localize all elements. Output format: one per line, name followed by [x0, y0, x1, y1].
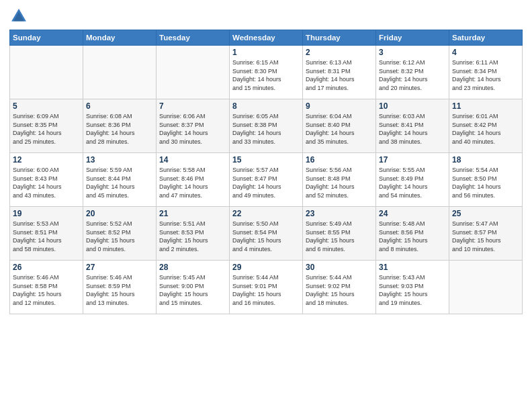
- calendar-week-3: 12Sunrise: 6:00 AMSunset: 8:43 PMDayligh…: [10, 153, 523, 207]
- calendar-day: 25Sunrise: 5:47 AMSunset: 8:57 PMDayligh…: [449, 207, 523, 261]
- calendar-day: 21Sunrise: 5:51 AMSunset: 8:53 PMDayligh…: [157, 207, 230, 261]
- calendar-day: [83, 46, 157, 99]
- day-number: 17: [379, 155, 446, 165]
- calendar-day: 11Sunrise: 6:01 AMSunset: 8:42 PMDayligh…: [449, 99, 523, 153]
- day-info: Sunrise: 5:57 AMSunset: 8:47 PMDaylight:…: [232, 166, 300, 199]
- calendar-day: 30Sunrise: 5:44 AMSunset: 9:02 PMDayligh…: [303, 261, 376, 314]
- day-number: 8: [232, 101, 300, 111]
- day-number: 27: [86, 263, 153, 272]
- weekday-header-row: SundayMondayTuesdayWednesdayThursdayFrid…: [10, 30, 523, 46]
- calendar-week-4: 19Sunrise: 5:53 AMSunset: 8:51 PMDayligh…: [10, 207, 523, 261]
- day-number: 20: [86, 209, 153, 218]
- day-number: 5: [13, 101, 80, 111]
- day-info: Sunrise: 5:48 AMSunset: 8:56 PMDaylight:…: [379, 220, 446, 253]
- calendar-day: [157, 46, 230, 99]
- day-number: 15: [232, 155, 300, 165]
- calendar-body: 1Sunrise: 6:15 AMSunset: 8:30 PMDaylight…: [10, 46, 523, 314]
- day-number: 2: [306, 48, 373, 57]
- day-info: Sunrise: 5:52 AMSunset: 8:52 PMDaylight:…: [86, 220, 153, 253]
- day-info: Sunrise: 6:00 AMSunset: 8:43 PMDaylight:…: [13, 166, 80, 199]
- calendar-container: SundayMondayTuesdayWednesdayThursdayFrid…: [0, 0, 532, 320]
- calendar-day: 9Sunrise: 6:04 AMSunset: 8:40 PMDaylight…: [303, 99, 376, 153]
- day-info: Sunrise: 6:12 AMSunset: 8:32 PMDaylight:…: [379, 58, 446, 92]
- day-info: Sunrise: 5:56 AMSunset: 8:48 PMDaylight:…: [306, 166, 373, 199]
- weekday-header-monday: Monday: [83, 30, 157, 46]
- weekday-header-thursday: Thursday: [303, 30, 376, 46]
- day-number: 23: [306, 209, 373, 218]
- day-number: 26: [13, 263, 80, 272]
- day-number: 7: [159, 101, 226, 111]
- calendar-day: 24Sunrise: 5:48 AMSunset: 8:56 PMDayligh…: [376, 207, 449, 261]
- day-number: 29: [232, 263, 300, 272]
- calendar-day: 14Sunrise: 5:58 AMSunset: 8:46 PMDayligh…: [157, 153, 230, 207]
- calendar-day: 15Sunrise: 5:57 AMSunset: 8:47 PMDayligh…: [230, 153, 303, 207]
- calendar-day: 12Sunrise: 6:00 AMSunset: 8:43 PMDayligh…: [10, 153, 83, 207]
- day-number: 24: [379, 209, 446, 218]
- calendar-week-2: 5Sunrise: 6:09 AMSunset: 8:35 PMDaylight…: [10, 99, 523, 153]
- calendar-day: 27Sunrise: 5:46 AMSunset: 8:59 PMDayligh…: [83, 261, 157, 314]
- calendar-week-5: 26Sunrise: 5:46 AMSunset: 8:58 PMDayligh…: [10, 261, 523, 314]
- calendar-day: 2Sunrise: 6:13 AMSunset: 8:31 PMDaylight…: [303, 46, 376, 99]
- day-info: Sunrise: 5:59 AMSunset: 8:44 PMDaylight:…: [86, 166, 153, 199]
- calendar-day: 18Sunrise: 5:54 AMSunset: 8:50 PMDayligh…: [449, 153, 523, 207]
- logo: [9, 7, 31, 26]
- day-info: Sunrise: 5:58 AMSunset: 8:46 PMDaylight:…: [159, 166, 226, 199]
- day-number: 11: [452, 101, 519, 111]
- calendar-header: SundayMondayTuesdayWednesdayThursdayFrid…: [10, 30, 523, 46]
- day-info: Sunrise: 5:54 AMSunset: 8:50 PMDaylight:…: [452, 166, 519, 199]
- day-info: Sunrise: 5:46 AMSunset: 8:58 PMDaylight:…: [13, 273, 80, 307]
- day-info: Sunrise: 6:11 AMSunset: 8:34 PMDaylight:…: [452, 58, 519, 92]
- day-number: 30: [306, 263, 373, 272]
- weekday-header-wednesday: Wednesday: [230, 30, 303, 46]
- day-info: Sunrise: 5:44 AMSunset: 9:02 PMDaylight:…: [306, 273, 373, 307]
- day-number: 31: [379, 263, 446, 272]
- weekday-header-saturday: Saturday: [449, 30, 523, 46]
- day-number: 18: [452, 155, 519, 165]
- calendar-day: 16Sunrise: 5:56 AMSunset: 8:48 PMDayligh…: [303, 153, 376, 207]
- calendar-day: 8Sunrise: 6:05 AMSunset: 8:38 PMDaylight…: [230, 99, 303, 153]
- day-number: 21: [159, 209, 226, 218]
- calendar-day: 3Sunrise: 6:12 AMSunset: 8:32 PMDaylight…: [376, 46, 449, 99]
- weekday-header-sunday: Sunday: [10, 30, 83, 46]
- day-info: Sunrise: 6:04 AMSunset: 8:40 PMDaylight:…: [306, 112, 373, 146]
- day-info: Sunrise: 6:15 AMSunset: 8:30 PMDaylight:…: [232, 58, 300, 92]
- header-row: [9, 7, 523, 26]
- calendar-day: 31Sunrise: 5:43 AMSunset: 9:03 PMDayligh…: [376, 261, 449, 314]
- day-number: 16: [306, 155, 373, 165]
- day-number: 28: [159, 263, 226, 272]
- day-info: Sunrise: 5:46 AMSunset: 8:59 PMDaylight:…: [86, 273, 153, 307]
- calendar-week-1: 1Sunrise: 6:15 AMSunset: 8:30 PMDaylight…: [10, 46, 523, 99]
- day-number: 14: [159, 155, 226, 165]
- day-number: 19: [13, 209, 80, 218]
- logo-icon: [9, 7, 28, 26]
- calendar-day: 10Sunrise: 6:03 AMSunset: 8:41 PMDayligh…: [376, 99, 449, 153]
- calendar-day: 13Sunrise: 5:59 AMSunset: 8:44 PMDayligh…: [83, 153, 157, 207]
- calendar-day: 7Sunrise: 6:06 AMSunset: 8:37 PMDaylight…: [157, 99, 230, 153]
- weekday-header-friday: Friday: [376, 30, 449, 46]
- day-info: Sunrise: 5:47 AMSunset: 8:57 PMDaylight:…: [452, 220, 519, 253]
- calendar-day: 26Sunrise: 5:46 AMSunset: 8:58 PMDayligh…: [10, 261, 83, 314]
- day-info: Sunrise: 6:13 AMSunset: 8:31 PMDaylight:…: [306, 58, 373, 92]
- day-number: 3: [379, 48, 446, 57]
- day-info: Sunrise: 6:06 AMSunset: 8:37 PMDaylight:…: [159, 112, 226, 146]
- calendar-day: 19Sunrise: 5:53 AMSunset: 8:51 PMDayligh…: [10, 207, 83, 261]
- day-number: 4: [452, 48, 519, 57]
- calendar-day: 22Sunrise: 5:50 AMSunset: 8:54 PMDayligh…: [230, 207, 303, 261]
- day-info: Sunrise: 5:45 AMSunset: 9:00 PMDaylight:…: [159, 273, 226, 307]
- weekday-header-tuesday: Tuesday: [157, 30, 230, 46]
- day-info: Sunrise: 6:03 AMSunset: 8:41 PMDaylight:…: [379, 112, 446, 146]
- day-number: 12: [13, 155, 80, 165]
- day-info: Sunrise: 6:05 AMSunset: 8:38 PMDaylight:…: [232, 112, 300, 146]
- day-number: 1: [232, 48, 300, 57]
- calendar-day: 1Sunrise: 6:15 AMSunset: 8:30 PMDaylight…: [230, 46, 303, 99]
- calendar-day: 20Sunrise: 5:52 AMSunset: 8:52 PMDayligh…: [83, 207, 157, 261]
- day-number: 25: [452, 209, 519, 218]
- calendar-day: 17Sunrise: 5:55 AMSunset: 8:49 PMDayligh…: [376, 153, 449, 207]
- day-number: 10: [379, 101, 446, 111]
- day-info: Sunrise: 5:53 AMSunset: 8:51 PMDaylight:…: [13, 220, 80, 253]
- day-number: 9: [306, 101, 373, 111]
- day-number: 6: [86, 101, 153, 111]
- day-number: 22: [232, 209, 300, 218]
- calendar-day: [449, 261, 523, 314]
- day-info: Sunrise: 5:43 AMSunset: 9:03 PMDaylight:…: [379, 273, 446, 307]
